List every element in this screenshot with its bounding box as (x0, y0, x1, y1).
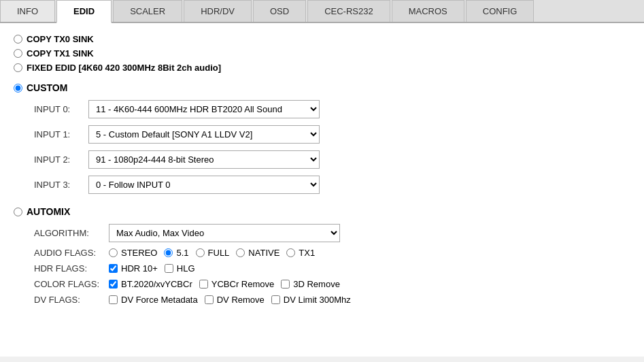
input-row-1: INPUT 1:11 - 4K60-444 600MHz HDR BT2020 … (34, 125, 630, 144)
automix-section: AUTOMIX ALGORITHM: Max Audio, Max VideoM… (14, 206, 630, 305)
tab-info[interactable]: INFO (0, 0, 55, 22)
audio-flag-label-2: FULL (208, 248, 230, 258)
tab-cec-rs232[interactable]: CEC-RS232 (307, 0, 390, 22)
tab-scaler[interactable]: SCALER (113, 0, 182, 22)
color-flag-2[interactable]: 3D Remove (281, 279, 340, 289)
color-flag-label-1: YCBCr Remove (211, 279, 274, 289)
color-flag-input-2[interactable] (281, 280, 290, 289)
copy-tx1-radio[interactable] (14, 49, 22, 58)
custom-label: CUSTOM (27, 82, 67, 93)
dv-flag-input-2[interactable] (271, 295, 280, 304)
audio-flag-input-4[interactable] (286, 248, 295, 257)
input-rows-container: INPUT 0:11 - 4K60-444 600MHz HDR BT2020 … (14, 100, 630, 194)
algorithm-label: ALGORITHM: (34, 228, 109, 238)
input-select-2[interactable]: 11 - 4K60-444 600MHz HDR BT2020 All Soun… (88, 150, 320, 169)
input-select-3[interactable]: 11 - 4K60-444 600MHz HDR BT2020 All Soun… (88, 176, 320, 194)
dv-flags-label: DV FLAGS: (34, 295, 109, 305)
audio-flag-label-0: STEREO (121, 248, 157, 258)
automix-header[interactable]: AUTOMIX (14, 206, 630, 217)
hdr-flag-label-0: HDR 10+ (121, 263, 158, 274)
hdr-flags-label: HDR FLAGS: (34, 263, 109, 274)
audio-flag-4[interactable]: TX1 (286, 248, 315, 258)
algorithm-row: ALGORITHM: Max Audio, Max VideoMax Audio… (34, 224, 630, 242)
copy-tx0-radio[interactable] (14, 35, 22, 44)
custom-section-header[interactable]: CUSTOM (14, 82, 630, 93)
audio-flag-3[interactable]: NATIVE (236, 248, 279, 258)
audio-flag-input-0[interactable] (109, 248, 118, 257)
color-flags-row: COLOR FLAGS: BT.2020/xvYCBCrYCBCr Remove… (34, 279, 630, 289)
audio-flag-input-1[interactable] (164, 248, 173, 257)
audio-flag-input-2[interactable] (196, 248, 205, 257)
hdr-flag-0[interactable]: HDR 10+ (109, 263, 158, 274)
input-row-2: INPUT 2:11 - 4K60-444 600MHz HDR BT2020 … (34, 150, 630, 169)
audio-flags-label: AUDIO FLAGS: (34, 248, 109, 258)
color-flag-1[interactable]: YCBCr Remove (199, 279, 274, 289)
dv-flag-2[interactable]: DV Limit 300Mhz (271, 295, 351, 305)
fixed-edid-option[interactable]: FIXED EDID [4K60 420 300MHz 8Bit 2ch aud… (14, 63, 630, 73)
dv-flag-label-1: DV Remove (217, 295, 265, 305)
color-flag-0[interactable]: BT.2020/xvYCBCr (109, 279, 192, 289)
color-flag-label-0: BT.2020/xvYCBCr (121, 279, 192, 289)
input-row-3: INPUT 3:11 - 4K60-444 600MHz HDR BT2020 … (34, 176, 630, 194)
hdr-flags-row: HDR FLAGS: HDR 10+HLG (34, 263, 630, 274)
color-flag-input-1[interactable] (199, 280, 208, 289)
dv-flags-content: DV Force MetadataDV RemoveDV Limit 300Mh… (109, 295, 351, 305)
audio-flag-2[interactable]: FULL (196, 248, 230, 258)
color-flag-label-2: 3D Remove (293, 279, 340, 289)
audio-flag-0[interactable]: STEREO (109, 248, 157, 258)
automix-label: AUTOMIX (27, 206, 70, 217)
edid-content: COPY TX0 SINK COPY TX1 SINK FIXED EDID [… (0, 23, 644, 357)
input-select-0[interactable]: 11 - 4K60-444 600MHz HDR BT2020 All Soun… (88, 100, 320, 118)
dv-flag-0[interactable]: DV Force Metadata (109, 295, 198, 305)
fixed-edid-radio[interactable] (14, 63, 22, 72)
copy-tx0-option[interactable]: COPY TX0 SINK (14, 34, 630, 44)
hdr-flag-input-0[interactable] (109, 264, 118, 273)
copy-tx1-label: COPY TX1 SINK (27, 48, 94, 59)
dv-flag-input-1[interactable] (205, 295, 214, 304)
fixed-edid-label: FIXED EDID [4K60 420 300MHz 8Bit 2ch aud… (27, 63, 221, 73)
hdr-flag-1[interactable]: HLG (165, 263, 195, 274)
color-flags-label: COLOR FLAGS: (34, 279, 109, 289)
input-label-2: INPUT 2: (34, 154, 88, 165)
audio-flag-label-4: TX1 (299, 248, 315, 258)
custom-radio[interactable] (14, 84, 22, 93)
audio-flags-row: AUDIO FLAGS: STEREO5.1FULLNATIVETX1 (34, 248, 630, 258)
hdr-flag-label-1: HLG (177, 263, 195, 274)
color-flag-input-0[interactable] (109, 280, 118, 289)
input-row-0: INPUT 0:11 - 4K60-444 600MHz HDR BT2020 … (34, 100, 630, 118)
copy-tx1-option[interactable]: COPY TX1 SINK (14, 48, 630, 59)
audio-flag-input-3[interactable] (236, 248, 245, 257)
dv-flags-row: DV FLAGS: DV Force MetadataDV RemoveDV L… (34, 295, 630, 305)
tab-macros[interactable]: MACROS (392, 0, 464, 22)
audio-flag-label-3: NATIVE (248, 248, 279, 258)
dv-flag-input-0[interactable] (109, 295, 118, 304)
input-label-0: INPUT 0: (34, 104, 88, 114)
color-flags-content: BT.2020/xvYCBCrYCBCr Remove3D Remove (109, 279, 340, 289)
input-select-1[interactable]: 11 - 4K60-444 600MHz HDR BT2020 All Soun… (88, 125, 320, 144)
tab-bar: INFOEDIDSCALERHDR/DVOSDCEC-RS232MACROSCO… (0, 0, 644, 23)
automix-radio[interactable] (14, 208, 22, 216)
dv-flag-label-2: DV Limit 300Mhz (284, 295, 351, 305)
input-label-3: INPUT 3: (34, 180, 88, 190)
algorithm-select[interactable]: Max Audio, Max VideoMax AudioMax Video (109, 224, 340, 242)
tab-hdr-dv[interactable]: HDR/DV (184, 0, 252, 22)
tab-edid[interactable]: EDID (56, 0, 112, 23)
copy-tx0-label: COPY TX0 SINK (27, 34, 94, 44)
tab-config[interactable]: CONFIG (466, 0, 535, 22)
audio-flags-content: STEREO5.1FULLNATIVETX1 (109, 248, 315, 258)
audio-flag-label-1: 5.1 (176, 248, 188, 258)
dv-flag-label-0: DV Force Metadata (121, 295, 198, 305)
hdr-flags-content: HDR 10+HLG (109, 263, 195, 274)
audio-flag-1[interactable]: 5.1 (164, 248, 188, 258)
dv-flag-1[interactable]: DV Remove (205, 295, 265, 305)
hdr-flag-input-1[interactable] (165, 264, 173, 273)
input-label-1: INPUT 1: (34, 129, 88, 139)
tab-osd[interactable]: OSD (253, 0, 306, 22)
